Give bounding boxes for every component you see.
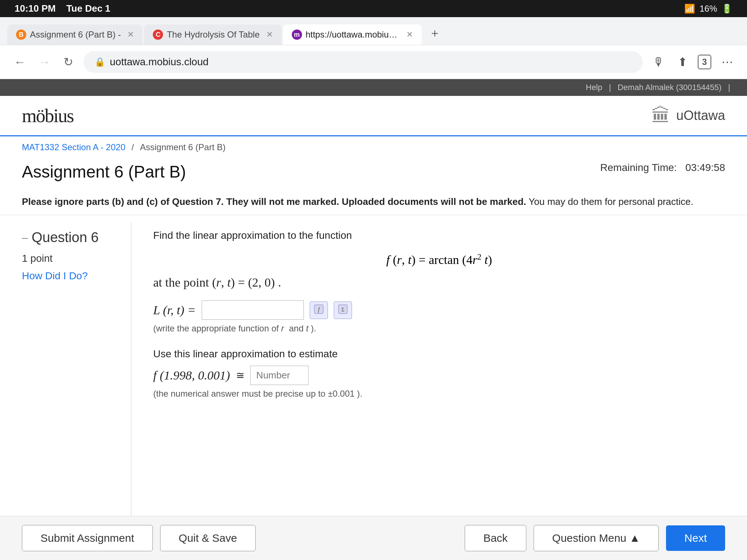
building-icon: 🏛 [651, 105, 670, 127]
lock-icon: 🔒 [94, 57, 105, 67]
answer-row: L (r, t) = f Σ [153, 300, 725, 320]
topbar-separator2: | [728, 83, 730, 92]
mobius-topbar: Help | Demah Almalek (300154455) | [0, 79, 747, 96]
remaining-time-label: Remaining Time: [600, 162, 677, 173]
breadcrumb-separator: / [131, 142, 136, 152]
math-editor-btn-1[interactable]: f [310, 302, 328, 319]
estimate-label: f (1.998, 0.001) [153, 369, 230, 382]
tab3-close-icon[interactable]: ✕ [406, 30, 413, 39]
toolbar-actions: 🎙 ⬆ 3 ⋯ [650, 52, 736, 72]
tab3-favicon: m [292, 30, 302, 40]
question-sidebar: – Question 6 1 point How Did I Do? [22, 222, 131, 536]
tab1-favicon: B [16, 30, 26, 40]
at-point-text: at the point (r, t) = (2, 0) . [153, 276, 725, 289]
numerical-answer-input[interactable] [250, 366, 309, 385]
share-icon[interactable]: ⬆ [675, 52, 690, 72]
battery-text: 16% [700, 4, 717, 14]
tab1-label: Assignment 6 (Part B) - [30, 30, 121, 40]
date-text: Tue Dec 1 [66, 3, 111, 14]
main-content: – Question 6 1 point How Did I Do? Find … [0, 215, 747, 543]
notice-normal: You may do them for personal practice. [529, 196, 693, 207]
institution-name: uOttawa [676, 108, 725, 123]
question-label: – Question 6 [22, 230, 120, 245]
time-display: 10:10 PM Tue Dec 1 [15, 3, 111, 14]
breadcrumb-course[interactable]: MAT1332 Section A - 2020 [22, 142, 125, 152]
logo-text: möbius [22, 105, 73, 126]
status-icons: 📶 16% 🔋 [684, 4, 732, 14]
status-bar: 10:10 PM Tue Dec 1 📶 16% 🔋 [0, 0, 747, 17]
question-intro: Find the linear approximation to the fun… [153, 230, 725, 241]
tabs-count[interactable]: 3 [698, 55, 711, 69]
url-text: uottawa.mobius.cloud [110, 56, 209, 68]
more-options-icon[interactable]: ⋯ [719, 52, 736, 72]
linear-approx-input[interactable] [202, 300, 304, 320]
tab2-close-icon[interactable]: ✕ [266, 30, 273, 39]
estimate-intro: Use this linear approximation to estimat… [153, 348, 725, 360]
notice-bar: Please ignore parts (b) and (c) of Quest… [0, 189, 747, 215]
write-note: (write the appropriate function of r and… [153, 323, 725, 334]
tab-1[interactable]: B Assignment 6 (Part B) - ✕ [7, 24, 143, 45]
question-dash: – [22, 232, 28, 244]
question-body: Find the linear approximation to the fun… [131, 222, 725, 536]
help-link[interactable]: Help [586, 83, 602, 92]
estimate-row: f (1.998, 0.001) ≅ [153, 366, 725, 385]
wifi-icon: 📶 [684, 4, 695, 14]
submit-assignment-button[interactable]: Submit Assignment [22, 525, 153, 551]
battery-icon: 🔋 [721, 4, 732, 14]
mobius-header: möbius 🏛 uOttawa [0, 96, 747, 136]
tab2-favicon: C [153, 30, 163, 40]
page-title: Assignment 6 (Part B) [22, 162, 186, 182]
user-info: Demah Almalek (300154455) [618, 83, 721, 92]
new-tab-button[interactable]: ＋ [423, 22, 446, 45]
approx-symbol: ≅ [236, 369, 244, 381]
page-title-area: Assignment 6 (Part B) Remaining Time: 03… [0, 158, 747, 189]
microphone-icon[interactable]: 🎙 [650, 52, 667, 72]
remaining-time-display: Remaining Time: 03:49:58 [600, 162, 725, 174]
topbar-separator: | [609, 83, 613, 92]
browser-toolbar: ← → ↻ 🔒 uottawa.mobius.cloud 🎙 ⬆ 3 ⋯ [0, 45, 747, 79]
answer-label: L (r, t) = [153, 303, 196, 317]
points-label: 1 point [22, 253, 120, 264]
tab-3[interactable]: m https://uottawa.mobius.c ✕ [283, 24, 422, 45]
reload-button[interactable]: ↻ [61, 52, 76, 72]
bottom-toolbar: Submit Assignment Quit & Save Back Quest… [0, 516, 747, 560]
question-number: Question 6 [32, 230, 99, 245]
svg-text:Σ: Σ [341, 307, 344, 312]
tab3-label: https://uottawa.mobius.c [306, 30, 400, 40]
uottawa-logo: 🏛 uOttawa [651, 105, 725, 127]
browser-tabs: B Assignment 6 (Part B) - ✕ C The Hydrol… [0, 17, 747, 45]
precision-note: (the numerical answer must be precise up… [153, 389, 725, 399]
quit-save-button[interactable]: Quit & Save [160, 525, 256, 551]
back-button[interactable]: Back [465, 525, 526, 551]
remaining-time-value: 03:49:58 [685, 162, 725, 173]
notice-bold: Please ignore parts (b) and (c) of Quest… [22, 196, 526, 207]
breadcrumb: MAT1332 Section A - 2020 / Assignment 6 … [0, 136, 747, 158]
tab-2[interactable]: C The Hydrolysis Of Table ✕ [144, 24, 281, 45]
how-did-i-do-link[interactable]: How Did I Do? [22, 270, 88, 281]
breadcrumb-assignment: Assignment 6 (Part B) [140, 142, 226, 152]
address-bar[interactable]: 🔒 uottawa.mobius.cloud [84, 51, 643, 73]
mobius-logo: möbius [22, 105, 73, 127]
function-formula: f (r, t) = arctan (4r2 t) [153, 252, 725, 267]
math-editor-btn-2[interactable]: Σ [334, 302, 352, 319]
next-button[interactable]: Next [666, 525, 725, 551]
forward-browser-button[interactable]: → [36, 52, 53, 72]
time-text: 10:10 PM [15, 3, 56, 14]
question-menu-button[interactable]: Question Menu ▲ [534, 525, 659, 551]
back-browser-button[interactable]: ← [11, 52, 28, 72]
tab1-close-icon[interactable]: ✕ [127, 30, 134, 39]
tab2-label: The Hydrolysis Of Table [167, 30, 259, 40]
